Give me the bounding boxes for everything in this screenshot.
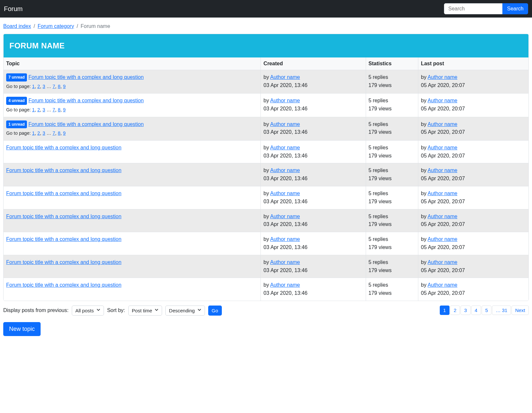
author-link[interactable]: Author name [428,168,458,173]
author-link[interactable]: Author name [270,191,300,196]
topic-link[interactable]: Forum topic title with a complex and lon… [28,121,144,127]
author-link[interactable]: Author name [428,214,458,219]
brand-link[interactable]: Forum [4,5,23,13]
stats-cell: 5 replies179 views [366,117,418,140]
created-date: 03 Apr 2020, 13:46 [263,106,307,111]
page-next[interactable]: Next [512,306,529,315]
topic-cell: 7 unread Forum topic title with a comple… [4,70,261,94]
author-link[interactable]: Author name [270,282,300,288]
page-5[interactable]: 5 [482,306,491,315]
topic-cell: Forum topic title with a complex and lon… [4,232,261,255]
author-link[interactable]: Author name [270,168,300,173]
last-date: 05 Apr 2020, 20:07 [421,244,465,250]
author-link[interactable]: Author name [428,121,458,127]
stats-cell: 5 replies179 views [366,70,418,94]
search-button[interactable]: Search [502,3,528,14]
pager-link[interactable]: 9 [63,107,66,112]
pager-link[interactable]: 9 [63,131,66,136]
new-topic-button[interactable]: New topic [3,322,41,336]
author-link[interactable]: Author name [428,191,458,196]
views-count: 179 views [369,175,416,183]
author-link[interactable]: Author name [428,98,458,103]
page-3[interactable]: 3 [461,306,470,315]
pager-link[interactable]: 7 [53,107,55,112]
topic-link[interactable]: Forum topic title with a complex and lon… [6,236,121,242]
replies-count: 5 replies [369,167,416,175]
page-2[interactable]: 2 [450,306,460,315]
pager-link[interactable]: 8 [58,107,60,112]
table-row: Forum topic title with a complex and lon… [4,232,528,255]
author-link[interactable]: Author name [270,236,300,242]
topic-link[interactable]: Forum topic title with a complex and lon… [6,259,121,265]
table-row: Forum topic title with a complex and lon… [4,278,528,301]
display-select[interactable]: All posts [72,306,104,316]
pager-link[interactable]: 1 [32,107,35,112]
pager-link[interactable]: 1 [32,84,35,89]
author-link[interactable]: Author name [270,214,300,219]
topic-link[interactable]: Forum topic title with a complex and lon… [6,214,121,219]
stats-cell: 5 replies179 views [366,140,418,163]
main-container: Board index / Forum category / Forum nam… [0,18,532,339]
table-row: Forum topic title with a complex and lon… [4,163,528,186]
page-ellipsis[interactable]: … 31 [492,306,511,315]
author-link[interactable]: Author name [270,145,300,150]
breadcrumb-category[interactable]: Forum category [38,23,74,29]
author-link[interactable]: Author name [428,74,458,80]
topic-pager: Go to page: 1, 2, 3 … 7, 8, 9 [6,83,258,90]
author-link[interactable]: Author name [428,236,458,242]
topic-link[interactable]: Forum topic title with a complex and lon… [6,191,121,196]
chevron-down-icon [197,307,202,313]
author-link[interactable]: Author name [270,259,300,265]
topic-link[interactable]: Forum topic title with a complex and lon… [28,98,144,103]
stats-cell: 5 replies179 views [366,186,418,209]
topics-table: Topic Created Statistics Last post 7 unr… [4,57,528,301]
pager-link[interactable]: 8 [58,84,60,89]
pager-link[interactable]: 2 [37,131,40,136]
table-row: Forum topic title with a complex and lon… [4,255,528,278]
order-select[interactable]: Descending [165,306,205,316]
author-link[interactable]: Author name [270,121,300,127]
breadcrumb-sep: / [33,23,35,29]
topic-link[interactable]: Forum topic title with a complex and lon… [6,145,121,150]
pager-link[interactable]: 9 [63,84,66,89]
topic-link[interactable]: Forum topic title with a complex and lon… [6,282,121,288]
search-input[interactable] [444,3,502,14]
stats-cell: 5 replies179 views [366,255,418,278]
topic-link[interactable]: Forum topic title with a complex and lon… [6,168,121,173]
topic-cell: Forum topic title with a complex and lon… [4,255,261,278]
page-1[interactable]: 1 [440,306,450,315]
breadcrumb-board-index[interactable]: Board index [3,23,31,29]
created-date: 03 Apr 2020, 13:46 [263,221,307,227]
topic-link[interactable]: Forum topic title with a complex and lon… [28,74,144,80]
pager-link[interactable]: 7 [53,131,55,136]
stats-cell: 5 replies179 views [366,209,418,232]
created-cell: by Author name03 Apr 2020, 13:46 [261,278,366,301]
sort-label: Sort by: [107,307,125,313]
created-date: 03 Apr 2020, 13:46 [263,290,307,296]
author-link[interactable]: Author name [428,282,458,288]
unread-badge: 1 unread [6,120,27,129]
pager-link[interactable]: 8 [58,131,60,136]
page-4[interactable]: 4 [471,306,481,315]
order-value: Descending [169,308,195,313]
pager-link[interactable]: 1 [32,131,35,136]
pager-link[interactable]: 2 [37,107,40,112]
author-link[interactable]: Author name [428,259,458,265]
last-post-cell: by Author name05 Apr 2020, 20:07 [418,186,528,209]
pager-link[interactable]: 3 [43,131,45,136]
pager-link[interactable]: 2 [37,84,40,89]
author-link[interactable]: Author name [270,74,300,80]
sort-select[interactable]: Post time [128,306,162,316]
author-link[interactable]: Author name [270,98,300,103]
author-link[interactable]: Author name [428,145,458,150]
go-button[interactable]: Go [208,306,222,316]
pager-link[interactable]: 3 [43,107,45,112]
col-stats: Statistics [366,57,418,70]
pager-link[interactable]: 3 [43,84,45,89]
created-cell: by Author name03 Apr 2020, 13:46 [261,186,366,209]
last-date: 05 Apr 2020, 20:07 [421,290,465,296]
pager-link[interactable]: 7 [53,84,55,89]
replies-count: 5 replies [369,281,416,289]
last-date: 05 Apr 2020, 20:07 [421,129,465,135]
topic-pager: Go to page: 1, 2, 3 … 7, 8, 9 [6,106,258,113]
